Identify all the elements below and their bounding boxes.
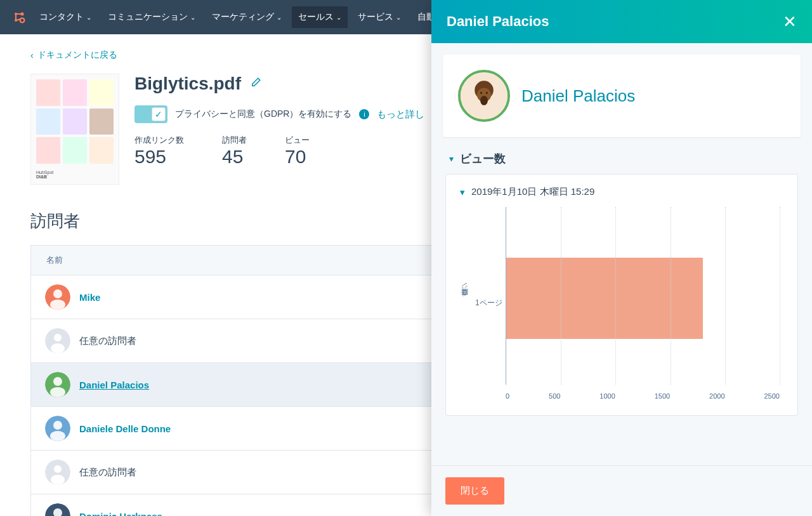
views-section-toggle[interactable]: ▾ ビュー数: [443, 137, 801, 174]
panel-footer: 閉じる: [431, 465, 812, 516]
grid-line: [671, 207, 671, 385]
back-link-label: ドキュメントに戻る: [37, 50, 117, 61]
visitor-name: 任意の訪問者: [79, 466, 136, 479]
y-tick-label: 1ページ: [475, 298, 502, 308]
visitor-name[interactable]: Daniel Palacios: [79, 380, 149, 390]
x-axis: 05001000150020002500: [506, 392, 780, 400]
nav-item[interactable]: セールス⌄: [292, 6, 348, 28]
chart-area: 滞在ページ 1ページ 05001000150020002500: [460, 207, 783, 404]
chevron-down-icon: ⌄: [277, 14, 282, 21]
svg-point-18: [51, 475, 65, 485]
close-button[interactable]: 閉じる: [445, 477, 504, 505]
stat-label: 作成リンク数: [134, 135, 184, 146]
nav-item[interactable]: コンタクト⌄: [33, 6, 98, 28]
contact-name[interactable]: Daniel Palacios: [521, 86, 635, 106]
visitor-name[interactable]: Daniele Delle Donne: [79, 423, 171, 434]
hubspot-logo[interactable]: [10, 8, 28, 26]
chart-bar: [506, 258, 703, 339]
stat-value: 45: [222, 146, 247, 168]
panel-body: Daniel Palacios ▾ ビュー数 ▾ 2019年1月10日 木曜日 …: [431, 43, 812, 465]
check-icon: ✓: [152, 107, 166, 121]
stat: 作成リンク数595: [134, 135, 184, 168]
contact-avatar: [458, 70, 510, 122]
nav-item-label: サービス: [358, 11, 393, 23]
avatar: [45, 503, 70, 516]
visitor-name[interactable]: Mike: [79, 292, 100, 303]
grid-line: [561, 207, 561, 385]
avatar: [45, 372, 70, 397]
document-title: Biglytics.pdf: [134, 74, 241, 94]
panel-header: Daniel Palacios ✕: [431, 0, 812, 43]
y-axis-label: 滞在ページ: [460, 286, 469, 301]
chevron-down-icon: ⌄: [396, 14, 401, 21]
nav-items: コンタクト⌄コミュニケーション⌄マーケティング⌄セールス⌄サービス⌄自動化⌄レポ…: [33, 6, 500, 28]
x-tick-label: 1000: [599, 392, 615, 400]
thumbnail-brand: HubSpotDI&B: [36, 166, 114, 179]
stat-value: 70: [285, 146, 310, 168]
stat-value: 595: [134, 146, 184, 168]
x-tick-label: 2000: [709, 392, 724, 400]
nav-item-label: コンタクト: [39, 11, 84, 23]
close-icon[interactable]: ✕: [783, 12, 797, 32]
chevron-down-icon: ⌄: [86, 14, 91, 21]
stat-label: ビュー: [285, 135, 310, 146]
chevron-down-icon: ⌄: [336, 14, 341, 21]
gdpr-toggle[interactable]: ✓: [134, 105, 167, 123]
visitor-detail-panel: Daniel Palacios ✕ Daniel Palacios ▾ ビュー数…: [431, 0, 812, 516]
chart-card: ▾ 2019年1月10日 木曜日 15:29 滞在ページ 1ページ 050010…: [445, 174, 798, 416]
svg-point-25: [480, 96, 488, 105]
avatar: [45, 460, 70, 485]
edit-icon[interactable]: [250, 77, 261, 91]
nav-item-label: コミュニケーション: [108, 11, 188, 23]
nav-item-label: セールス: [298, 11, 334, 23]
grid-line: [615, 207, 616, 385]
x-tick-label: 1500: [655, 392, 670, 400]
svg-point-26: [480, 92, 482, 94]
document-thumbnail[interactable]: HubSpotDI&B: [30, 74, 119, 185]
contact-card: Daniel Palacios: [443, 55, 801, 137]
chevron-down-icon: ⌄: [190, 14, 195, 21]
view-date-toggle[interactable]: ▾ 2019年1月10日 木曜日 15:29: [460, 186, 783, 198]
gdpr-more-link[interactable]: もっと詳し: [377, 109, 424, 121]
grid-line: [725, 207, 726, 385]
svg-point-6: [50, 300, 65, 310]
avatar: [45, 416, 70, 441]
chevron-left-icon: ‹: [30, 50, 34, 60]
svg-point-15: [50, 431, 65, 441]
views-section-label: ビュー数: [460, 151, 506, 166]
svg-point-17: [54, 465, 62, 473]
svg-point-9: [51, 343, 65, 354]
svg-point-8: [54, 334, 62, 341]
x-tick-label: 0: [506, 392, 509, 400]
svg-point-12: [50, 387, 65, 397]
avatar: [45, 284, 70, 310]
grid-line: [780, 207, 780, 385]
nav-item[interactable]: コミュニケーション⌄: [102, 6, 202, 28]
chevron-down-icon: ▾: [460, 187, 465, 198]
x-tick-label: 2500: [764, 392, 779, 400]
svg-point-14: [53, 421, 62, 430]
svg-point-27: [486, 92, 488, 94]
visitor-name: 任意の訪問者: [79, 335, 136, 347]
view-date: 2019年1月10日 木曜日 15:29: [471, 186, 594, 198]
stat: 訪問者45: [222, 135, 247, 168]
chevron-down-icon: ▾: [449, 154, 454, 164]
gdpr-label: プライバシーと同意（GDPR）を有効にする: [175, 109, 351, 120]
info-icon[interactable]: i: [359, 109, 369, 119]
nav-item[interactable]: サービス⌄: [351, 6, 407, 28]
stat-label: 訪問者: [222, 135, 247, 146]
x-tick-label: 500: [549, 392, 560, 400]
svg-point-11: [53, 377, 62, 386]
svg-point-5: [53, 289, 62, 298]
nav-item-label: マーケティング: [212, 11, 274, 23]
plot-area: [506, 207, 780, 385]
avatar: [45, 328, 70, 354]
panel-title: Daniel Palacios: [447, 13, 549, 30]
stat: ビュー70: [285, 135, 310, 168]
nav-item[interactable]: マーケティング⌄: [206, 6, 288, 28]
visitor-name[interactable]: Dominic Harkness: [79, 511, 162, 517]
